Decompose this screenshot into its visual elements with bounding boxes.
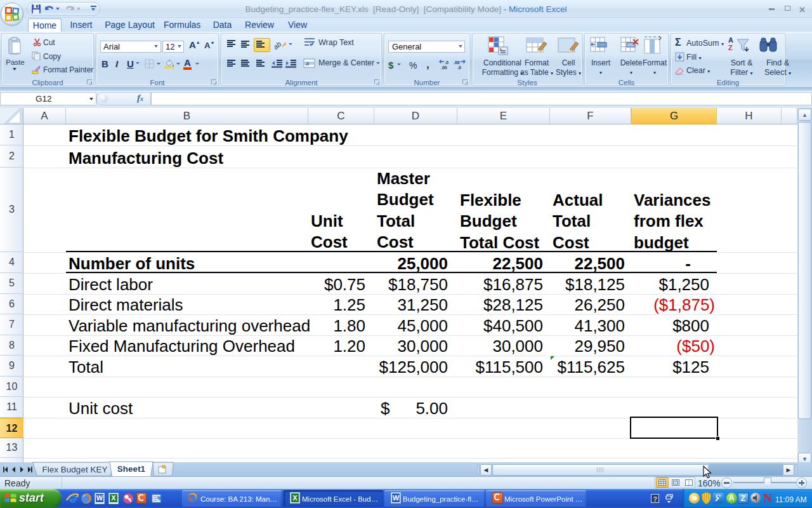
- svg-text:.00: .00: [441, 65, 447, 70]
- svg-text:.00: .00: [454, 60, 460, 65]
- svg-text:.0: .0: [457, 65, 461, 70]
- svg-text:a: a: [306, 60, 309, 67]
- svg-text:.0: .0: [445, 60, 449, 65]
- svg-text:ab: ab: [274, 40, 282, 50]
